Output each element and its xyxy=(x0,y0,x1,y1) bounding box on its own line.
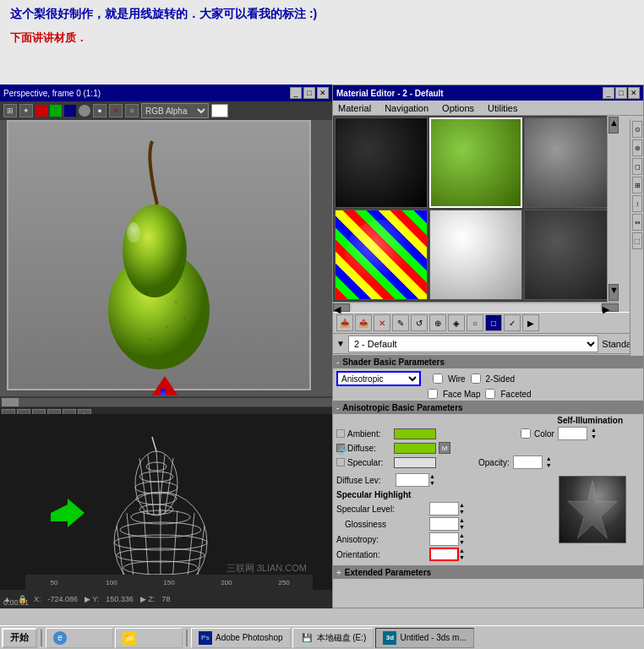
render-background xyxy=(8,122,309,389)
orientation-label: Orientation: xyxy=(336,550,429,559)
taskbar-3dsmax[interactable]: 3d Untitled - 3ds m... xyxy=(375,628,473,648)
wire-label: Wire xyxy=(448,374,466,384)
wire-checkbox[interactable] xyxy=(433,374,443,384)
side-btn-3[interactable]: ◻ xyxy=(632,158,642,175)
taskbar-ie-icon[interactable]: e xyxy=(46,628,113,648)
side-btn-2[interactable]: ⊛ xyxy=(632,139,642,156)
menu-navigation[interactable]: Navigation xyxy=(385,103,428,113)
mat-minimize-btn[interactable]: _ xyxy=(603,87,614,99)
mat-sphere-4[interactable] xyxy=(335,210,428,300)
mat-name-select[interactable]: 2 - Default xyxy=(348,335,598,352)
two-sided-checkbox[interactable] xyxy=(471,374,481,384)
spec-level-label: Specular Level: xyxy=(336,504,429,514)
mat-unique-btn[interactable]: ◈ xyxy=(448,314,465,331)
mat-get-btn[interactable]: 📥 xyxy=(336,314,353,331)
mat-arrow-btn[interactable]: ▼ xyxy=(336,339,345,348)
spheres-scrollbar[interactable]: ▲ ▼ xyxy=(607,116,619,302)
glossiness-spinner[interactable]: ▲ ▼ xyxy=(459,517,465,531)
mat-close-btn[interactable]: ✕ xyxy=(628,87,640,99)
specular-lock-btn[interactable] xyxy=(336,458,345,466)
orientation-spinner[interactable]: ▲ ▼ xyxy=(459,548,465,561)
color-red-swatch xyxy=(35,105,47,117)
spheres-hscroll[interactable]: ◀ ▶ xyxy=(333,302,619,312)
vp-tool-btn-2[interactable]: ✦ xyxy=(19,104,33,117)
taskbar-photoshop[interactable]: Ps Adobe Photoshop xyxy=(191,628,291,648)
side-btn-6[interactable]: ⇔ xyxy=(632,214,642,231)
svg-line-34 xyxy=(148,455,154,515)
mat-sphere-1[interactable] xyxy=(335,117,428,208)
ambient-lock-btn[interactable] xyxy=(336,429,345,438)
timeline-scroll[interactable] xyxy=(2,398,334,406)
self-illum-color-value[interactable]: 0 xyxy=(558,427,587,440)
extended-collapse-btn[interactable]: + xyxy=(336,568,341,577)
scroll-up-btn[interactable]: ▲ xyxy=(609,117,619,134)
mat-check-btn[interactable]: ✓ xyxy=(504,314,521,331)
viewport-render-area xyxy=(7,120,311,390)
diffuse-level-label: Diffuse Lev: xyxy=(336,476,396,485)
mat-box-btn[interactable]: □ xyxy=(485,314,502,331)
viewport-channel-select[interactable]: RGB Alpha xyxy=(141,103,209,118)
faceted-checkbox[interactable] xyxy=(485,389,495,399)
taskbar-localdisk[interactable]: 💾 本地磁盘 (E:) xyxy=(292,628,374,648)
mat-copy-btn[interactable]: ⊕ xyxy=(429,314,446,331)
shader-collapse-btn[interactable]: - xyxy=(336,357,339,367)
menu-utilities[interactable]: Utilities xyxy=(488,103,517,113)
taskbar-3dsmax-label: Untitled - 3ds m... xyxy=(400,633,466,642)
spec-level-spinner[interactable]: ▲ ▼ xyxy=(459,502,465,515)
vp-tool-btn-3[interactable]: ● xyxy=(93,104,106,117)
shader-type-select[interactable]: Anisotropic xyxy=(336,371,421,386)
hscroll-left[interactable]: ◀ xyxy=(333,303,350,312)
taskbar-icon-2[interactable]: 📁 xyxy=(115,628,183,648)
mat-maximize-btn[interactable]: □ xyxy=(615,87,627,99)
self-illum-color-spinner[interactable]: ▲ ▼ xyxy=(591,427,597,440)
opacity-spinner[interactable]: ▲ ▼ xyxy=(546,455,552,469)
side-btn-7[interactable]: ⬚ xyxy=(632,232,642,249)
opacity-row: Opacity: 100 ▲ ▼ xyxy=(478,455,552,469)
vp-tool-btn-5[interactable]: ≡ xyxy=(125,104,139,117)
mat-edit-btn[interactable]: ✎ xyxy=(392,314,409,331)
glossiness-value[interactable]: 28 xyxy=(429,517,459,531)
diffuse-level-value[interactable]: 100 xyxy=(396,473,429,487)
menu-options[interactable]: Options xyxy=(442,103,474,113)
mat-reset-btn[interactable]: ↺ xyxy=(411,314,428,331)
face-map-checkbox[interactable] xyxy=(428,389,438,399)
viewport-minimize-btn[interactable]: _ xyxy=(290,87,302,99)
mat-sphere-5[interactable] xyxy=(429,210,522,300)
timeline-thumb[interactable] xyxy=(2,398,19,406)
side-btn-5[interactable]: ↕ xyxy=(632,195,642,212)
diffuse-lock-btn[interactable]: 🔗 xyxy=(336,444,345,452)
svg-point-5 xyxy=(166,326,169,329)
face-map-label: Face Map xyxy=(443,390,480,399)
aniso-collapse-btn[interactable]: - xyxy=(336,403,339,412)
svg-point-3 xyxy=(127,222,140,243)
anisotropy-spinner[interactable]: ▲ ▼ xyxy=(459,532,465,546)
mat-delete-btn[interactable]: ✕ xyxy=(374,314,390,331)
self-illum-color-checkbox[interactable] xyxy=(521,428,531,439)
spec-level-value[interactable]: 28 xyxy=(429,502,459,515)
specular-color-swatch[interactable] xyxy=(394,457,436,468)
mat-sphere-btn[interactable]: ○ xyxy=(467,314,483,331)
anisotropy-value[interactable]: 50 xyxy=(429,532,459,546)
start-button[interactable]: 开始 xyxy=(2,628,37,648)
mat-put-btn[interactable]: 📤 xyxy=(355,314,372,331)
side-btn-1[interactable]: ⊙ xyxy=(632,121,642,138)
orientation-row: Orientation: 0 ▲ ▼ xyxy=(333,547,643,562)
viewport-close-btn[interactable]: ✕ xyxy=(317,87,329,99)
vp-tool-btn-1[interactable]: ⊞ xyxy=(3,104,17,117)
side-btn-4[interactable]: ⊞ xyxy=(632,177,642,194)
scroll-down-btn[interactable]: ▼ xyxy=(609,284,619,301)
orientation-value[interactable]: 0 xyxy=(429,548,459,561)
opacity-value[interactable]: 100 xyxy=(513,455,543,469)
mat-sphere-2[interactable] xyxy=(429,117,522,208)
hscroll-right[interactable]: ▶ xyxy=(602,303,619,312)
diffuse-level-spinner[interactable]: ▲ ▼ xyxy=(429,473,435,487)
mat-video-btn[interactable]: ▶ xyxy=(522,314,539,331)
mat-sphere-3[interactable] xyxy=(524,117,617,208)
viewport-maximize-btn[interactable]: □ xyxy=(303,87,315,99)
vp-tool-btn-4[interactable]: ✕ xyxy=(109,104,123,117)
ambient-color-swatch[interactable] xyxy=(394,428,436,439)
diffuse-color-swatch[interactable] xyxy=(394,443,436,454)
mat-sphere-6[interactable] xyxy=(524,210,617,300)
diffuse-map-btn[interactable]: M xyxy=(439,442,450,454)
menu-material[interactable]: Material xyxy=(338,103,371,113)
